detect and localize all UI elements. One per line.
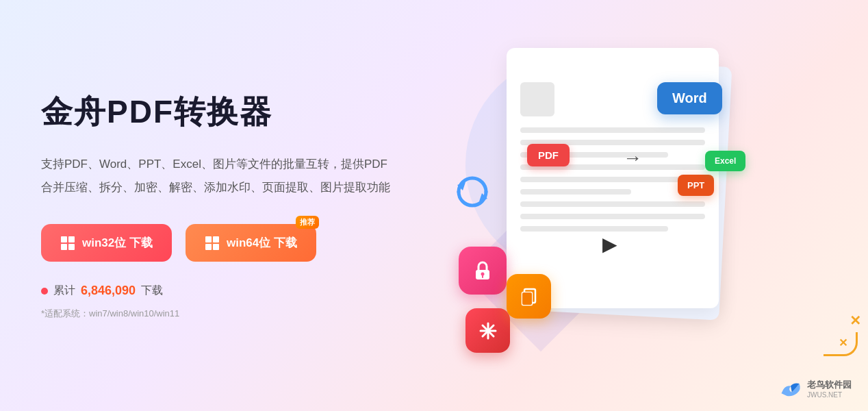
svg-rect-1 [68,236,75,242]
system-compat: *适配系统：win7/win8/win10/win11 [41,308,404,320]
sync-icon [452,171,493,212]
win64-label: win64位 下载 [227,235,297,251]
cursor-icon: ▶ [602,233,617,256]
download-count: 累计 6,846,090 下载 [41,284,404,298]
word-badge: Word [657,82,722,114]
description-text: 支持PDF、Word、PPT、Excel、图片等文件的批量互转，提供PDF合并压… [41,153,397,199]
left-content: 金舟PDF转换器 支持PDF、Word、PPT、Excel、图片等文件的批量互转… [0,57,445,354]
copy-icon-card [507,274,551,319]
ppt-badge: PPT [678,175,714,196]
windows-icon-2 [205,236,220,251]
svg-rect-2 [61,244,67,250]
svg-rect-15 [522,292,532,305]
logo-subtext: JWUS.NET [807,391,852,399]
count-number: 6,846,090 [81,284,136,298]
count-prefix: 累计 [53,284,75,298]
win64-download-button[interactable]: win64位 下载 推荐 [186,224,316,262]
excel-badge: Excel [705,151,745,171]
doc-line-1 [520,127,705,133]
star-icon-card [465,308,510,353]
buttons-row: win32位 下载 win64位 下载 推荐 [41,224,404,262]
svg-rect-3 [68,244,75,250]
svg-rect-6 [205,244,212,250]
svg-rect-0 [61,236,67,242]
logo-name: 老鸟软件园 [807,379,852,391]
page-title: 金舟PDF转换器 [41,91,404,134]
svg-rect-4 [205,236,212,242]
logo-watermark: 老鸟软件园 JWUS.NET [778,379,852,399]
windows-icon [60,236,75,251]
win32-download-button[interactable]: win32位 下载 [41,224,172,262]
doc-icon-area [520,82,554,116]
right-illustration: PDF → Word PPT Excel ▶ [445,0,868,411]
doc-line-7 [520,201,705,207]
pdf-label: PDF [527,144,570,166]
svg-rect-5 [213,236,219,242]
deco-x1: ✕ [850,312,861,329]
doc-line-8 [520,214,705,219]
doc-line-6 [520,189,631,195]
win32-label: win32位 下载 [82,235,153,251]
svg-rect-7 [213,244,219,250]
deco-curve [824,332,858,356]
lock-icon-card [459,247,507,295]
count-dot-icon [41,288,48,295]
recommend-badge: 推荐 [296,216,319,229]
page-container: 金舟PDF转换器 支持PDF、Word、PPT、Excel、图片等文件的批量互转… [0,0,868,411]
doc-line-9 [520,226,668,232]
arrow-right-icon: → [623,147,642,169]
logo-bird-icon [778,379,803,399]
count-suffix: 下载 [141,284,163,298]
